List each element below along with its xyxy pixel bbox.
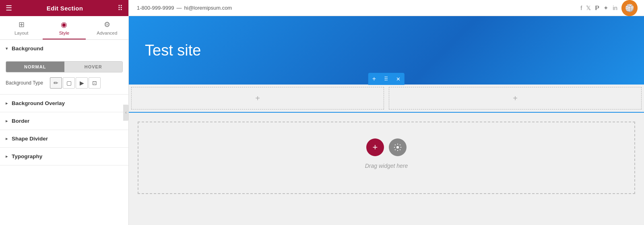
tab-style-label: Style <box>59 31 70 35</box>
settings-widget-btn[interactable] <box>389 138 407 156</box>
avatar-icon: 🏐 <box>621 0 638 16</box>
section-background-content: NORMAL HOVER Background Type ✏ ▢ ▶ ⊡ <box>0 57 128 94</box>
toolbar-add-btn[interactable]: + <box>368 73 380 85</box>
collapse-icon: ‹ <box>125 110 126 115</box>
section-border-header[interactable]: ▸ Border <box>0 112 128 130</box>
panel-title: Edit Section <box>47 5 83 12</box>
panel-body: ▾ Background NORMAL HOVER Background Typ… <box>0 40 128 225</box>
section-shape-divider-label: Shape Divider <box>12 136 48 142</box>
collapse-handle[interactable]: ‹ <box>123 105 129 121</box>
hamburger-icon[interactable]: ☰ <box>6 4 12 12</box>
section-bg-overlay: ▸ Background Overlay <box>0 95 128 112</box>
toolbar-close-btn[interactable]: ✕ <box>392 73 405 85</box>
settings-icon <box>394 143 402 151</box>
phone-number: 1-800-999-9999 <box>137 5 174 11</box>
drag-section-wrapper: + Drag widget here <box>129 113 644 203</box>
left-panel: ☰ Edit Section ⠿ ⊞ Layout ◉ Style ⚙ Adva… <box>0 0 129 225</box>
add-widget-btn[interactable]: + <box>366 138 384 156</box>
advanced-icon: ⚙ <box>104 20 110 29</box>
col-placeholder-left[interactable]: + <box>131 87 384 109</box>
col-placeholder-right[interactable]: + <box>389 87 642 109</box>
drag-handle[interactable]: ⠿ <box>380 73 392 85</box>
yelp-icon[interactable]: ✦ <box>603 4 609 12</box>
svg-text:🏐: 🏐 <box>625 4 634 12</box>
drag-hint: Drag widget here <box>365 163 408 169</box>
section-background: ▾ Background NORMAL HOVER Background Typ… <box>0 40 128 95</box>
drag-widget-section: + Drag widget here <box>138 122 635 194</box>
top-bar: 1-800-999-9999 — hi@loremipsum.com f 𝕏 𝗣… <box>129 0 644 16</box>
chevron-down-icon: ▾ <box>6 46 8 51</box>
hero-section: Test site + ⠿ ✕ <box>129 16 644 85</box>
section-background-header[interactable]: ▾ Background <box>0 40 128 57</box>
two-col-section: + + <box>129 85 644 113</box>
tab-advanced-label: Advanced <box>97 31 117 35</box>
facebook-icon[interactable]: f <box>580 4 582 11</box>
bg-toggle-row: NORMAL HOVER <box>6 61 123 72</box>
linkedin-icon[interactable]: in <box>613 4 617 11</box>
section-background-label: Background <box>12 45 43 52</box>
bg-type-row: Background Type ✏ ▢ ▶ ⊡ <box>6 77 123 89</box>
toggle-hover-btn[interactable]: HOVER <box>64 62 123 72</box>
avatar: 🏐 <box>621 0 638 16</box>
col-add-icon-right: + <box>513 94 518 103</box>
grid-icon[interactable]: ⠿ <box>118 4 123 12</box>
tab-advanced[interactable]: ⚙ Advanced <box>86 16 128 39</box>
email-address: hi@loremipsum.com <box>184 5 232 11</box>
col-add-icon-left: + <box>255 94 260 103</box>
bg-type-slideshow-btn[interactable]: ⊡ <box>89 77 101 89</box>
section-bg-overlay-label: Background Overlay <box>12 100 65 106</box>
panel-header: ☰ Edit Section ⠿ <box>0 0 128 16</box>
section-shape-divider: ▸ Shape Divider <box>0 130 128 148</box>
layout-icon: ⊞ <box>19 20 25 29</box>
svg-point-2 <box>396 146 399 149</box>
separator: — <box>177 5 182 11</box>
section-typography-label: Typography <box>12 153 42 159</box>
section-toolbar: + ⠿ ✕ <box>368 73 405 85</box>
toggle-normal-btn[interactable]: NORMAL <box>6 62 64 72</box>
bg-type-gradient-btn[interactable]: ▢ <box>63 77 75 89</box>
chevron-right-icon: ▸ <box>6 101 8 105</box>
section-border-label: Border <box>12 118 29 124</box>
tab-layout-label: Layout <box>14 31 29 35</box>
section-typography: ▸ Typography <box>0 148 128 165</box>
chevron-right-icon-shape: ▸ <box>6 136 8 141</box>
drag-widget-buttons: + <box>366 138 407 156</box>
tab-layout[interactable]: ⊞ Layout <box>0 16 43 39</box>
hero-title: Test site <box>145 42 201 59</box>
pinterest-icon[interactable]: 𝗣 <box>595 4 599 12</box>
social-icons: f 𝕏 𝗣 ✦ in 🏐 <box>580 0 638 16</box>
panel-tabs: ⊞ Layout ◉ Style ⚙ Advanced <box>0 16 128 40</box>
canvas-area: Test site + ⠿ ✕ + + + <box>129 16 644 225</box>
section-shape-divider-header[interactable]: ▸ Shape Divider <box>0 130 128 147</box>
chevron-right-icon-border: ▸ <box>6 119 8 123</box>
right-area: 1-800-999-9999 — hi@loremipsum.com f 𝕏 𝗣… <box>129 0 644 225</box>
section-typography-header[interactable]: ▸ Typography <box>0 148 128 165</box>
bg-type-classic-btn[interactable]: ✏ <box>50 77 62 89</box>
bg-type-label: Background Type <box>6 80 46 86</box>
contact-info: 1-800-999-9999 — hi@loremipsum.com <box>137 5 232 11</box>
bg-type-video-btn[interactable]: ▶ <box>76 77 88 89</box>
bg-type-icons: ✏ ▢ ▶ ⊡ <box>50 77 101 89</box>
chevron-right-icon-typo: ▸ <box>6 154 8 159</box>
twitter-icon[interactable]: 𝕏 <box>586 4 591 12</box>
style-icon: ◉ <box>61 20 67 29</box>
tab-style[interactable]: ◉ Style <box>43 16 85 39</box>
section-border: ▸ Border <box>0 112 128 130</box>
section-bg-overlay-header[interactable]: ▸ Background Overlay <box>0 95 128 112</box>
